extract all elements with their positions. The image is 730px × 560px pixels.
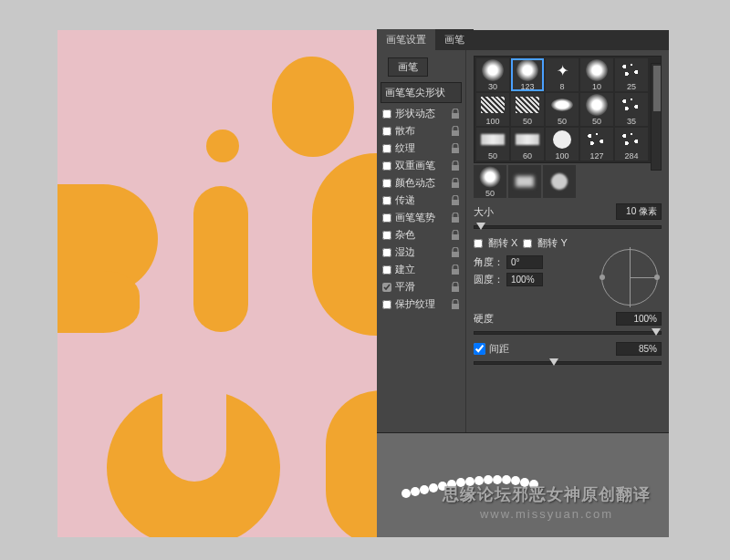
option-row[interactable]: 杂色	[379, 226, 464, 244]
brush-preset[interactable]: 10	[580, 58, 613, 91]
size-value[interactable]: 10 像素	[616, 203, 662, 220]
lock-icon[interactable]	[451, 161, 460, 171]
lock-icon[interactable]	[451, 264, 460, 275]
option-checkbox[interactable]	[382, 231, 391, 240]
option-row[interactable]: 纹理	[379, 140, 464, 157]
option-label: 双重画笔	[395, 159, 451, 172]
brush-button[interactable]: 画笔	[388, 57, 428, 77]
brush-preset[interactable]: 284	[615, 128, 648, 161]
svg-point-12	[402, 489, 411, 498]
option-row[interactable]: 平滑	[379, 278, 464, 296]
size-label: 大小	[474, 205, 501, 219]
option-row[interactable]: 传递	[379, 192, 464, 209]
lock-icon[interactable]	[451, 126, 460, 137]
option-checkbox[interactable]	[382, 196, 391, 205]
artwork-shape	[326, 390, 377, 537]
brush-settings-panel: 画笔设置 画笔 画笔 画笔笔尖形状 形状动态散布纹理双重画笔颜色动态传递画笔笔势…	[377, 30, 669, 537]
option-checkbox[interactable]	[382, 283, 391, 292]
watermark-cn: 思缘论坛邪恶女神原创翻译	[443, 483, 651, 505]
option-row[interactable]: 画笔笔势	[379, 209, 464, 226]
tip-shape-header[interactable]: 画笔笔尖形状	[381, 82, 462, 103]
hardness-label: 硬度	[474, 312, 501, 326]
brush-preset[interactable]: 123	[511, 58, 544, 91]
svg-rect-9	[452, 269, 459, 275]
canvas-area[interactable]	[57, 30, 377, 537]
angle-label: 角度：	[474, 255, 506, 269]
artwork-shape	[206, 130, 239, 162]
brush-preset[interactable]: 50	[546, 93, 579, 126]
brush-preset[interactable]: 35	[615, 93, 648, 126]
artwork-shape	[57, 271, 140, 333]
option-label: 湿边	[395, 245, 451, 259]
artwork-shape	[272, 57, 354, 157]
flip-y-checkbox[interactable]	[523, 239, 532, 248]
option-row[interactable]: 散布	[379, 122, 464, 140]
lock-icon[interactable]	[451, 213, 460, 223]
spacing-slider[interactable]	[474, 361, 662, 365]
svg-point-14	[420, 485, 429, 494]
angle-value[interactable]: 0°	[506, 255, 543, 269]
brush-preset[interactable]: 50	[476, 128, 509, 161]
brush-preset[interactable]: 100	[476, 93, 509, 126]
lock-icon[interactable]	[451, 282, 460, 293]
watermark: 思缘论坛邪恶女神原创翻译 www.missyuan.com	[443, 483, 651, 521]
roundness-value[interactable]: 100%	[506, 273, 543, 286]
brush-preset[interactable]: 50	[474, 165, 506, 198]
roundness-label: 圆度：	[474, 273, 506, 286]
option-row[interactable]: 双重画笔	[379, 157, 464, 174]
option-checkbox[interactable]	[382, 300, 391, 309]
lock-icon[interactable]	[451, 109, 460, 119]
brush-preset[interactable]: 30	[476, 58, 509, 91]
option-checkbox[interactable]	[382, 109, 391, 119]
option-checkbox[interactable]	[382, 179, 391, 188]
svg-rect-11	[452, 304, 459, 309]
brush-preset[interactable]: 127	[580, 128, 613, 161]
option-row[interactable]: 形状动态	[379, 105, 464, 122]
lock-icon[interactable]	[451, 143, 460, 154]
brush-preset[interactable]: 25	[615, 58, 648, 91]
size-slider[interactable]	[474, 225, 662, 229]
artwork-shape	[312, 153, 377, 336]
tab-brush-settings[interactable]: 画笔设置	[377, 29, 435, 50]
spacing-value[interactable]: 85%	[616, 342, 662, 356]
option-row[interactable]: 建立	[379, 261, 464, 278]
option-checkbox[interactable]	[382, 248, 391, 257]
brush-preset[interactable]: 50	[511, 93, 544, 126]
option-checkbox[interactable]	[382, 161, 391, 171]
flip-x-label: 翻转 X	[488, 236, 517, 250]
flip-y-label: 翻转 Y	[537, 236, 567, 250]
hardness-value[interactable]: 100%	[616, 312, 662, 326]
svg-point-13	[411, 487, 420, 496]
lock-icon[interactable]	[451, 178, 460, 189]
brush-preview: 思缘论坛邪恶女神原创翻译 www.missyuan.com	[377, 432, 669, 537]
option-row[interactable]: 湿边	[379, 244, 464, 261]
brush-preset[interactable]: 50	[580, 93, 613, 126]
lock-icon[interactable]	[451, 195, 460, 206]
hardness-slider[interactable]	[474, 331, 662, 335]
svg-rect-5	[452, 200, 459, 205]
option-label: 形状动态	[395, 107, 451, 120]
tab-brushes[interactable]: 画笔	[435, 29, 474, 50]
brush-preset[interactable]: ✦8	[546, 58, 579, 91]
option-label: 颜色动态	[395, 176, 451, 190]
brush-preset[interactable]	[508, 165, 541, 198]
option-checkbox[interactable]	[382, 213, 391, 223]
brush-preset[interactable]: 100	[546, 128, 579, 161]
lock-icon[interactable]	[451, 299, 460, 310]
option-row[interactable]: 保护纹理	[379, 296, 464, 313]
lock-icon[interactable]	[451, 247, 460, 258]
brush-preset[interactable]: 60	[511, 128, 544, 161]
option-label: 建立	[395, 263, 451, 276]
artwork-shape	[193, 186, 248, 332]
option-label: 传递	[395, 193, 451, 207]
option-row[interactable]: 颜色动态	[379, 174, 464, 192]
flip-x-checkbox[interactable]	[474, 239, 483, 248]
brush-grid-scrollbar[interactable]	[651, 63, 662, 171]
lock-icon[interactable]	[451, 230, 460, 241]
option-checkbox[interactable]	[382, 127, 391, 136]
brush-preset[interactable]	[543, 165, 576, 198]
angle-control[interactable]	[601, 249, 658, 306]
spacing-checkbox[interactable]	[474, 343, 485, 355]
option-checkbox[interactable]	[382, 144, 391, 153]
option-checkbox[interactable]	[382, 265, 391, 275]
